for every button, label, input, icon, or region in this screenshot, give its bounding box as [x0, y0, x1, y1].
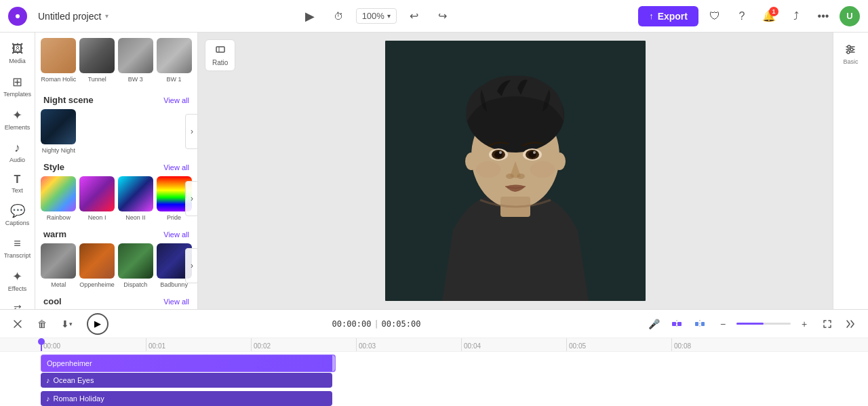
timeline-controls: 🗑 ⬇ ▾ ▶ 00:00:00 | 00:05:00 🎤 — [0, 310, 868, 338]
warm-scroll-button[interactable]: › — [185, 248, 198, 283]
svg-point-23 — [848, 45, 850, 48]
filter-item-neon2[interactable]: Neon II — [118, 176, 154, 221]
timeline-area: 🗑 ⬇ ▾ ▶ 00:00:00 | 00:05:00 🎤 — [0, 309, 868, 406]
clip-roman-holiday[interactable]: ♪ Roman Holiday — [41, 391, 332, 406]
filter-item-bw3[interactable]: BW 3 — [118, 38, 154, 83]
style-scroll-button[interactable]: › — [185, 181, 198, 216]
undo-button[interactable]: ↩ — [403, 5, 425, 27]
sidebar-item-templates[interactable]: ⊞ Templates — [3, 70, 33, 102]
canvas-area: Ratio — [198, 33, 833, 309]
zoom-control[interactable]: 100% ▾ — [356, 8, 397, 24]
portrait-svg — [385, 41, 646, 301]
svg-rect-28 — [672, 322, 676, 326]
elements-icon: ✦ — [12, 108, 22, 123]
clip-oppenheimer[interactable]: Oppenheimer — [41, 354, 336, 372]
ratio-button[interactable]: Ratio — [205, 39, 235, 71]
night-scene-header: Night scene View all — [35, 92, 197, 109]
sidebar-item-audio[interactable]: ♪ Audio — [3, 137, 33, 168]
filter-item-bw1[interactable]: BW 1 — [156, 38, 192, 83]
mic-button[interactable]: 🎤 — [644, 314, 663, 333]
chevron-down-icon: ▾ — [105, 12, 108, 20]
canva-logo[interactable] — [8, 7, 27, 26]
ratio-label: Ratio — [212, 59, 228, 66]
filter-item-nighty-night[interactable]: Nighty Night — [41, 109, 77, 154]
style-section: Style View all Rainbow Neon I Neon II — [35, 159, 197, 221]
help-button[interactable]: ? — [731, 5, 753, 27]
right-panel: Basic — [833, 33, 868, 309]
sidebar-item-effects[interactable]: ✦ Effects — [3, 265, 33, 297]
timeline-play-button[interactable]: ▶ — [87, 313, 108, 335]
sidebar-item-media[interactable]: 🖼 Media — [3, 38, 33, 69]
ruler-marks: 00:00 00:01 00:02 00:03 00:04 00:05 00:0… — [41, 338, 868, 351]
expand-timeline-button[interactable] — [818, 314, 837, 333]
warm-view-all[interactable]: View all — [163, 230, 189, 239]
filter-item-oppenheimer[interactable]: Oppenheime — [79, 243, 115, 288]
timeline-track-area: 00:00 00:01 00:02 00:03 00:04 00:05 00:0… — [0, 338, 868, 406]
project-name[interactable]: Untitled project ▾ — [33, 8, 114, 24]
filter-item-neon1[interactable]: Neon I — [79, 176, 115, 221]
svg-rect-31 — [695, 322, 698, 326]
timeline-delete-button[interactable]: 🗑 — [33, 314, 52, 333]
export-button[interactable]: ↑ Export — [638, 6, 698, 26]
cool-header: cool View all — [35, 293, 197, 309]
sidebar-item-text[interactable]: T Text — [3, 169, 33, 199]
timeline-right-controls: 🎤 − + — [644, 314, 860, 333]
basic-label: Basic — [843, 58, 858, 65]
more-timeline-button[interactable] — [841, 314, 860, 333]
sliders-icon — [844, 43, 856, 56]
style-view-all[interactable]: View all — [163, 163, 189, 171]
transcript-icon: ≡ — [14, 237, 21, 251]
style-header: Style View all — [35, 159, 197, 176]
more-options-button[interactable]: ••• — [812, 5, 834, 27]
warm-header: warm View all — [35, 226, 197, 243]
basic-panel-btn[interactable]: Basic — [840, 38, 861, 70]
night-scene-grid: Nighty Night › — [35, 109, 197, 154]
style-title: Style — [43, 162, 64, 172]
ruler-playhead — [41, 338, 42, 351]
avatar[interactable]: U — [840, 6, 860, 26]
share-button[interactable]: ⤴ — [785, 5, 807, 27]
split-audio-button[interactable] — [690, 314, 709, 333]
sidebar-item-captions[interactable]: 💬 Captions — [3, 199, 33, 231]
sidebar-item-transitions[interactable]: ⇄ Transitions — [3, 298, 33, 309]
filter-item-rainbow[interactable]: Rainbow — [41, 176, 77, 221]
current-time: 00:00:00 — [332, 319, 372, 329]
timeline-ruler: 00:00 00:01 00:02 00:03 00:04 00:05 00:0… — [0, 338, 868, 352]
filter-thumb-dispatch — [118, 243, 153, 279]
svg-rect-32 — [701, 322, 705, 326]
svg-point-21 — [553, 153, 566, 170]
zoom-out-button[interactable]: − — [713, 314, 732, 333]
filter-item-dispatch[interactable]: Dispatch — [118, 243, 154, 288]
zoom-slider-track[interactable] — [736, 323, 791, 325]
filter-item-tunnel[interactable]: Tunnel — [79, 38, 115, 83]
ruler-mark-8: 00:08 — [671, 338, 776, 351]
clip-ocean-eyes[interactable]: ♪ Ocean Eyes — [41, 373, 332, 388]
timer-button[interactable]: ⏱ — [328, 5, 349, 27]
zoom-chevron-icon: ▾ — [387, 12, 391, 20]
cool-title: cool — [43, 296, 62, 306]
timeline-cut-button[interactable] — [8, 314, 27, 333]
filters-panel: Roman Holic Tunnel BW 3 BW 1 Night s — [35, 33, 198, 309]
redo-button[interactable]: ↪ — [432, 5, 454, 27]
night-scene-scroll-button[interactable]: › — [185, 114, 198, 149]
sidebar-item-transcript[interactable]: ≡ Transcript — [3, 232, 33, 264]
split-video-button[interactable] — [667, 314, 686, 333]
time-display: 00:00:00 | 00:05:00 — [332, 319, 421, 329]
cool-view-all[interactable]: View all — [163, 298, 189, 306]
night-scene-view-all[interactable]: View all — [163, 96, 189, 104]
clip-resize-handle-right[interactable] — [332, 355, 335, 371]
preview-play-button[interactable]: ▶ — [299, 5, 321, 27]
ruler-playhead-head — [38, 338, 45, 345]
sidebar-item-elements[interactable]: ✦ Elements — [3, 104, 33, 136]
shield-button[interactable]: 🛡 — [704, 5, 726, 27]
style-grid: Rainbow Neon I Neon II Pride › — [35, 176, 197, 221]
zoom-in-button[interactable]: + — [795, 314, 814, 333]
zoom-slider-fill — [736, 323, 764, 325]
filter-item-metal[interactable]: Metal — [41, 243, 77, 288]
timeline-download-button[interactable]: ⬇ ▾ — [57, 314, 76, 333]
zoom-slider — [736, 323, 791, 325]
filter-thumb-rainbow — [41, 176, 76, 211]
filter-item-roman-holic[interactable]: Roman Holic — [41, 38, 77, 83]
notification-button[interactable]: 🔔 1 — [758, 5, 780, 27]
transitions-icon: ⇄ — [14, 302, 22, 309]
